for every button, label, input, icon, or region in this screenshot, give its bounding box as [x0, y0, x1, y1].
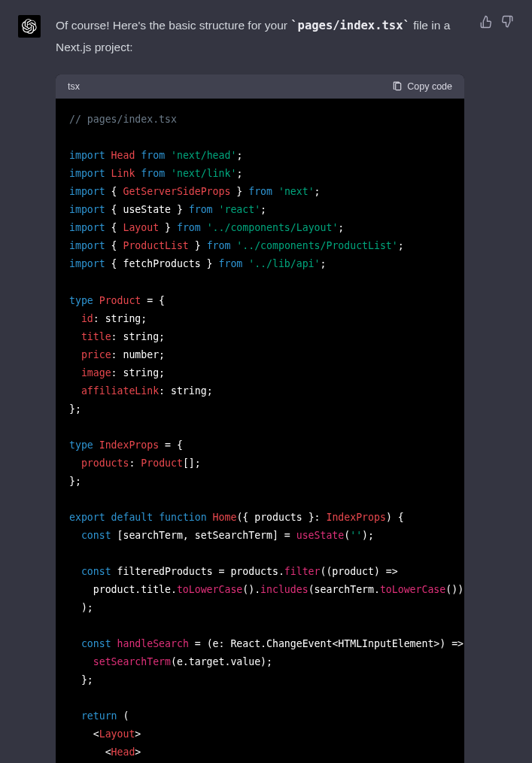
code-content[interactable]: // pages/index.tsx import Head from 'nex…: [56, 99, 464, 763]
assistant-message-row: Of course! Here's the basic structure fo…: [0, 0, 532, 763]
thumbs-up-button[interactable]: [479, 15, 493, 29]
svg-rect-0: [396, 84, 401, 90]
code-block: tsx Copy code // pages/index.tsx import …: [56, 74, 464, 763]
copy-code-label: Copy code: [407, 81, 452, 92]
feedback-buttons: [479, 15, 514, 763]
inline-code-filename: `pages/index.tsx`: [290, 19, 410, 32]
intro-paragraph: Of course! Here's the basic structure fo…: [56, 15, 464, 58]
code-lang-label: tsx: [68, 81, 80, 92]
assistant-avatar: [18, 15, 41, 38]
intro-prefix: Of course! Here's the basic structure fo…: [56, 19, 290, 32]
copy-code-button[interactable]: Copy code: [392, 81, 452, 92]
clipboard-icon: [392, 81, 403, 92]
thumbs-down-button[interactable]: [500, 15, 514, 29]
code-block-header: tsx Copy code: [56, 74, 464, 99]
thumbs-up-icon: [479, 15, 493, 29]
thumbs-down-icon: [500, 15, 514, 29]
message-content: Of course! Here's the basic structure fo…: [56, 15, 464, 763]
openai-logo-icon: [22, 19, 37, 34]
